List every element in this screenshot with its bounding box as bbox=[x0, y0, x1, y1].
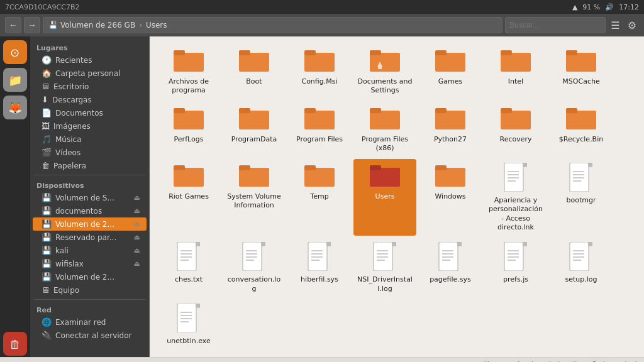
examinar-red-icon: 🌐 bbox=[42, 317, 52, 327]
file-item-games[interactable]: Games bbox=[419, 44, 482, 99]
file-item-program-files[interactable]: Program Files bbox=[288, 102, 351, 157]
carpeta-personal-icon: 🏠 bbox=[42, 69, 52, 78]
sidebar-item-documentos-dev[interactable]: 💾 documentos⏏ bbox=[33, 204, 147, 217]
sidebar-label-conectar-servidor: Conectar al servidor bbox=[55, 331, 132, 340]
svg-rect-15 bbox=[566, 50, 577, 55]
sidebar-item-volumen-266[interactable]: 💾 Volumen de 2...⏏ bbox=[33, 217, 147, 231]
folder-icon-recovery bbox=[501, 106, 531, 133]
file-label-archivos-de-programa: Archivos de programa bbox=[160, 77, 217, 96]
svg-rect-23 bbox=[370, 108, 381, 113]
eject-icon-volumen-266[interactable]: ⏏ bbox=[134, 220, 140, 228]
file-item-unetbtin-exe[interactable]: unetbtin.exe bbox=[157, 300, 220, 349]
file-item-intel[interactable]: Intel bbox=[484, 44, 547, 99]
file-item-windows[interactable]: Windows bbox=[419, 159, 482, 236]
sidebar-item-volumen-s[interactable]: 💾 Volumen de S...⏏ bbox=[33, 191, 147, 204]
svg-rect-7 bbox=[370, 50, 381, 55]
forward-button[interactable]: → bbox=[24, 17, 40, 33]
file-item-programdata[interactable]: ProgramData bbox=[223, 102, 286, 157]
eject-icon-reservado[interactable]: ⏏ bbox=[134, 233, 140, 241]
sidebar-item-documentos[interactable]: 📄 Documentos bbox=[33, 106, 147, 119]
dock-trash[interactable]: 🗑 bbox=[3, 332, 27, 356]
svg-rect-35 bbox=[304, 165, 316, 170]
file-item-setup-log[interactable]: setup.log bbox=[550, 238, 613, 297]
sidebar-item-recientes[interactable]: 🕐 Recientes bbox=[33, 53, 147, 67]
svg-rect-54 bbox=[177, 242, 196, 271]
eject-icon-wifislax[interactable]: ⏏ bbox=[134, 260, 140, 268]
file-item-python27[interactable]: Python27 bbox=[419, 102, 482, 157]
sidebar-item-reservado[interactable]: 💾 Reservado par...⏏ bbox=[33, 231, 147, 244]
svg-rect-33 bbox=[239, 165, 250, 170]
sidebar-item-wifislax[interactable]: 💾 wifislax⏏ bbox=[33, 257, 147, 270]
file-item-ches-txt[interactable]: ches.txt bbox=[157, 238, 220, 297]
svg-rect-24 bbox=[435, 111, 465, 129]
sidebar-item-videos[interactable]: 🎬 Vídeos bbox=[33, 146, 147, 159]
sidebar-item-volumen-2b[interactable]: 💾 Volumen de 2... bbox=[33, 270, 147, 283]
sidebar-item-conectar-servidor[interactable]: 🔌 Conectar al servidor bbox=[33, 329, 147, 342]
path-users[interactable]: Users bbox=[146, 21, 167, 30]
file-item-boot[interactable]: Boot bbox=[223, 44, 286, 99]
dock-home[interactable]: ⊙ bbox=[3, 40, 27, 64]
folder-icon-config-msi bbox=[304, 48, 335, 75]
file-item-program-files-x86[interactable]: Program Files (x86) bbox=[353, 102, 416, 157]
file-item-documents-and-settings[interactable]: Documents and Settings bbox=[353, 44, 416, 99]
file-label-hiberfil-sys: hiberfil.sys bbox=[301, 275, 338, 284]
sidebar-item-musica[interactable]: 🎵 Música bbox=[33, 133, 147, 146]
eject-icon-kali[interactable]: ⏏ bbox=[134, 246, 140, 255]
path-volume[interactable]: 💾 Volumen de 266 GB bbox=[48, 21, 135, 30]
file-item-bootmgr[interactable]: bootmgr bbox=[550, 159, 613, 236]
sidebar-label-videos: Vídeos bbox=[55, 148, 80, 157]
svg-rect-17 bbox=[174, 108, 185, 113]
folder-icon-games bbox=[435, 48, 465, 75]
sidebar-item-kali[interactable]: 💾 kali⏏ bbox=[33, 244, 147, 257]
sidebar-item-imagenes[interactable]: 🖼 Imágenes bbox=[33, 119, 147, 133]
file-item-prefs-js[interactable]: prefs.js bbox=[484, 238, 547, 297]
folder-icon-python27 bbox=[435, 106, 465, 133]
sidebar-item-escritorio[interactable]: 🖥 Escritorio bbox=[33, 80, 147, 93]
volumen-266-icon: 💾 bbox=[42, 219, 52, 229]
file-label-prefs-js: prefs.js bbox=[503, 275, 528, 284]
file-label-setup-log: setup.log bbox=[565, 275, 597, 284]
eject-icon-documentos-dev[interactable]: ⏏ bbox=[134, 207, 140, 215]
file-icon-ches-txt bbox=[176, 242, 201, 273]
sidebar-divider-2 bbox=[34, 299, 145, 300]
file-item-archivos-de-programa[interactable]: Archivos de programa bbox=[157, 44, 220, 99]
dock-files[interactable]: 📁 bbox=[3, 68, 27, 92]
file-item-recovery[interactable]: Recovery bbox=[484, 102, 547, 157]
file-item-pagefile-sys[interactable]: pagefile.sys bbox=[419, 238, 482, 297]
sidebar-item-papelera[interactable]: 🗑 Papelera bbox=[33, 159, 147, 172]
file-item-conversation-log[interactable]: conversation.log bbox=[223, 238, 286, 297]
clock: 17:12 bbox=[619, 3, 639, 11]
back-button[interactable]: ← bbox=[5, 17, 21, 33]
sidebar-label-imagenes: Imágenes bbox=[53, 122, 91, 131]
sidebar-item-descargas[interactable]: ⬇ Descargas bbox=[33, 93, 147, 106]
file-label-users: Users bbox=[375, 192, 395, 201]
svg-rect-25 bbox=[435, 108, 447, 113]
file-item-perflogs[interactable]: PerfLogs bbox=[157, 102, 220, 157]
file-item-nsi-driverinstall-log[interactable]: NSI_DriverInstall.log bbox=[353, 238, 416, 297]
file-item-msocache[interactable]: MSOCache bbox=[550, 44, 613, 99]
documentos-icon: 📄 bbox=[42, 108, 52, 118]
svg-rect-96 bbox=[570, 242, 589, 271]
dock-firefox[interactable]: 🦊 bbox=[3, 96, 27, 119]
file-item-users[interactable]: Users bbox=[353, 159, 416, 236]
files-grid: Archivos de programa Boot Config.Msi Doc… bbox=[157, 44, 636, 349]
folder-icon-boot bbox=[239, 48, 269, 75]
svg-rect-47 bbox=[570, 163, 589, 192]
file-item-system-volume-info[interactable]: System Volume Information bbox=[223, 159, 286, 236]
file-label-pagefile-sys: pagefile.sys bbox=[430, 275, 471, 284]
file-label-config-msi: Config.Msi bbox=[301, 77, 337, 86]
settings-icon[interactable]: ⚙ bbox=[625, 18, 639, 33]
topbar: ← → 💾 Volumen de 266 GB › Users ☰ ⚙ bbox=[0, 14, 644, 36]
file-item-config-msi[interactable]: Config.Msi bbox=[288, 44, 351, 99]
file-item-apariencia[interactable]: Apariencia y personalización - Acceso di… bbox=[484, 159, 547, 236]
file-item-riot-games[interactable]: Riot Games bbox=[157, 159, 220, 236]
file-item-hiberfil-sys[interactable]: hiberfil.sys bbox=[288, 238, 351, 297]
file-item-recycle-bin[interactable]: $Recycle.Bin bbox=[550, 102, 613, 157]
menu-icon[interactable]: ☰ bbox=[608, 18, 622, 33]
sidebar-item-examinar-red[interactable]: 🌐 Examinar red bbox=[33, 315, 147, 329]
search-input[interactable] bbox=[505, 17, 606, 33]
eject-icon-volumen-s[interactable]: ⏏ bbox=[134, 194, 140, 202]
sidebar-item-carpeta-personal[interactable]: 🏠 Carpeta personal bbox=[33, 67, 147, 80]
file-item-temp[interactable]: Temp bbox=[288, 159, 351, 236]
sidebar-item-equipo[interactable]: 🖥 Equipo bbox=[33, 283, 147, 297]
